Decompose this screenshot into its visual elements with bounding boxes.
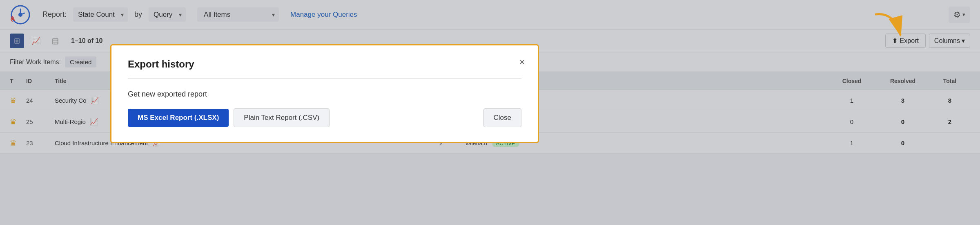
- arrow-svg: [870, 8, 906, 45]
- export-history-modal: Export history × Get new exported report…: [110, 44, 539, 143]
- close-modal-button[interactable]: Close: [483, 108, 521, 127]
- modal-close-button[interactable]: ×: [519, 57, 525, 68]
- excel-export-button[interactable]: MS Excel Report (.XLSX): [128, 109, 229, 127]
- modal-divider: [128, 78, 521, 79]
- modal-title: Export history: [128, 59, 521, 70]
- modal-buttons: MS Excel Report (.XLSX) Plain Text Repor…: [128, 108, 521, 127]
- arrow-pointer: [870, 8, 906, 45]
- modal-subtitle: Get new exported report: [128, 90, 521, 99]
- csv-export-button[interactable]: Plain Text Report (.CSV): [234, 108, 330, 127]
